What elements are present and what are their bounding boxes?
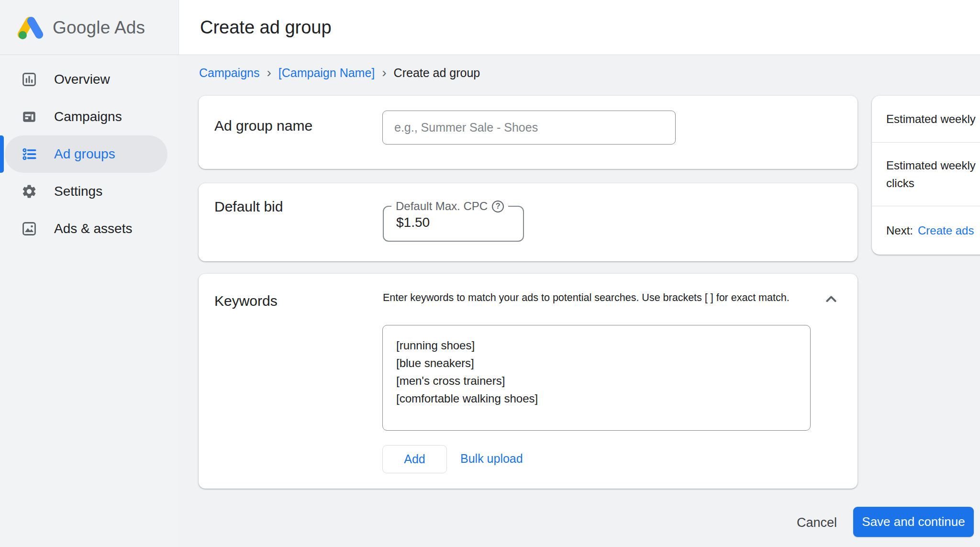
sidebar-nav: Overview Campaigns <box>0 61 178 247</box>
sidebar-item-label: Ads & assets <box>54 221 132 236</box>
list-check-icon <box>21 146 37 162</box>
sidebar-item-label: Ad groups <box>54 146 115 162</box>
ad-group-name-card: Ad group name <box>199 96 858 169</box>
sidebar-item-label: Campaigns <box>54 109 122 124</box>
keywords-description: Enter keywords to match your ads to pote… <box>383 291 790 304</box>
add-keywords-button[interactable]: Add <box>382 445 447 473</box>
ad-card-icon <box>21 109 37 125</box>
breadcrumb-current-page: Create ad group <box>394 66 480 80</box>
estimated-weekly-clicks-row: Estimated weekly clicks <box>872 143 980 206</box>
sidebar-item-overview[interactable]: Overview <box>0 61 178 98</box>
ad-group-name-input[interactable] <box>382 111 676 145</box>
estimated-weekly-row: Estimated weekly <box>872 96 980 142</box>
chevron-up-icon <box>822 302 840 310</box>
max-cpc-field-label: Default Max. CPC ? <box>391 200 508 213</box>
question-circle-icon[interactable]: ? <box>492 201 504 212</box>
bulk-upload-link[interactable]: Bulk upload <box>460 452 523 466</box>
google-ads-logo-icon <box>17 16 44 40</box>
sidebar-item-ad-groups[interactable]: Ad groups <box>0 135 178 173</box>
sidebar-item-label: Settings <box>54 184 102 199</box>
page-title: Create ad group <box>200 17 332 38</box>
collapse-section-button[interactable] <box>822 290 840 308</box>
ad-group-name-label: Ad group name <box>214 118 312 134</box>
logo-green-dot <box>19 31 27 39</box>
max-cpc-label-text: Default Max. CPC <box>396 200 488 213</box>
max-cpc-input[interactable] <box>396 215 506 230</box>
brand-area: Google Ads <box>0 0 178 55</box>
sidebar-item-settings[interactable]: Settings <box>0 173 178 210</box>
default-bid-card: Default bid Default Max. CPC ? <box>199 183 858 261</box>
save-and-continue-button[interactable]: Save and continue <box>853 507 974 537</box>
chevron-right-icon: › <box>267 66 271 79</box>
selected-indicator-bar <box>0 135 4 173</box>
breadcrumb-campaigns-link[interactable]: Campaigns <box>199 66 259 80</box>
keywords-label: Keywords <box>214 293 278 309</box>
default-bid-label: Default bid <box>214 199 283 215</box>
keywords-card: Keywords Enter keywords to match your ad… <box>199 274 858 489</box>
brand-name: Google Ads <box>53 18 145 38</box>
bar-chart-icon <box>21 71 37 88</box>
estimates-panel: Estimated weekly Estimated weekly clicks… <box>872 96 980 255</box>
next-step-row: Next: Create ads <box>872 206 980 255</box>
chevron-right-icon: › <box>382 66 386 79</box>
breadcrumb: Campaigns › [Campaign Name] › Create ad … <box>199 65 480 80</box>
create-ads-link[interactable]: Create ads <box>918 224 974 237</box>
breadcrumb-campaign-name-link[interactable]: [Campaign Name] <box>278 66 375 80</box>
next-step-prefix: Next: <box>886 224 913 237</box>
page-header: Create ad group <box>178 0 980 55</box>
gear-icon <box>21 183 37 200</box>
image-icon <box>21 221 37 237</box>
left-rail: Google Ads Overview <box>0 0 178 547</box>
keywords-textarea[interactable]: [running shoes] [blue sneakers] [men's c… <box>382 325 811 431</box>
sidebar-item-label: Overview <box>54 72 110 87</box>
header-divider <box>0 55 980 55</box>
max-cpc-field: Default Max. CPC ? <box>383 200 524 242</box>
sidebar-item-ads-assets[interactable]: Ads & assets <box>0 210 178 247</box>
cancel-button[interactable]: Cancel <box>786 512 848 533</box>
sidebar-item-campaigns[interactable]: Campaigns <box>0 98 178 135</box>
